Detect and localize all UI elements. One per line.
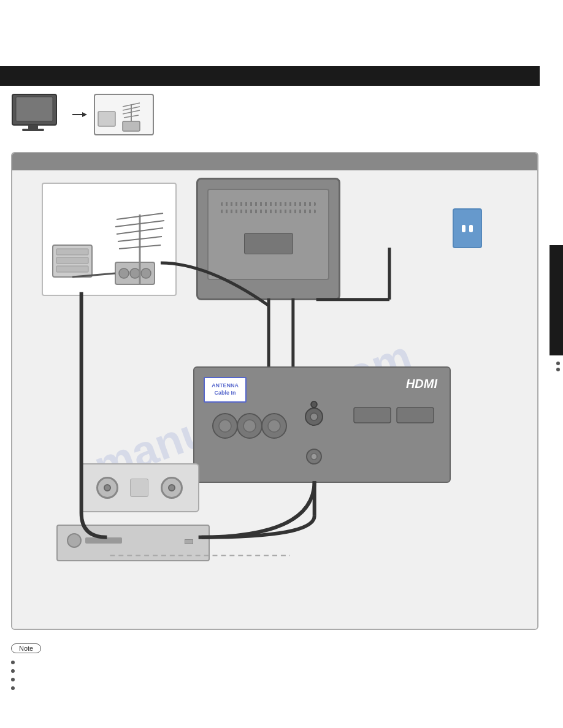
- main-diagram-inner: manualslib.com: [12, 153, 537, 629]
- note-badge: Note: [11, 643, 41, 653]
- vcr-slot: [85, 537, 122, 544]
- coax-right-inner: [168, 484, 175, 491]
- outlet-slot-left: [462, 225, 465, 232]
- small-diagram: [11, 93, 155, 136]
- svg-point-31: [219, 420, 231, 432]
- sidebar-dots: [556, 362, 560, 371]
- coax-left-inner: [104, 484, 111, 491]
- note-item-1: [11, 658, 532, 664]
- svg-point-33: [243, 420, 256, 432]
- svg-rect-3: [22, 129, 44, 131]
- tv-vent-2: [221, 210, 316, 213]
- vcr-usb-port: [185, 539, 193, 544]
- note-bullet-1: [11, 661, 15, 664]
- antenna-cable-label-text: ANTENNACable In: [212, 382, 239, 396]
- notes-section: Note: [11, 642, 532, 692]
- svg-rect-36: [354, 408, 391, 423]
- tv-port-area: [244, 233, 293, 254]
- power-outlet: [453, 208, 482, 248]
- antenna-section: [42, 183, 177, 296]
- svg-point-40: [311, 401, 317, 408]
- splitter-body: [130, 479, 148, 497]
- svg-point-35: [268, 420, 280, 432]
- note-item-3: [11, 675, 532, 681]
- coax-left: [96, 477, 118, 499]
- svg-rect-1: [16, 97, 53, 121]
- outlet-slots: [462, 225, 473, 232]
- svg-rect-13: [123, 121, 140, 131]
- svg-point-26: [130, 268, 140, 278]
- sidebar-tab: [550, 245, 563, 355]
- header-bar: [0, 66, 540, 86]
- outlet-slot-right: [469, 225, 473, 232]
- small-tv-icon: [11, 93, 66, 136]
- svg-rect-16: [56, 257, 88, 264]
- svg-marker-5: [82, 112, 87, 117]
- tv-back-panel: [196, 178, 340, 300]
- svg-point-42: [311, 453, 317, 460]
- svg-rect-37: [397, 408, 434, 423]
- connection-arrow: [71, 108, 88, 121]
- svg-rect-7: [98, 112, 115, 126]
- splitter-box: [80, 463, 199, 512]
- tv-ports-panel: ANTENNACable In HDMI: [193, 366, 451, 483]
- svg-point-25: [119, 268, 129, 278]
- tv-vent-1: [221, 202, 316, 206]
- small-antenna-box: [93, 93, 155, 136]
- note-item-4: [11, 684, 532, 690]
- dot-2: [556, 368, 560, 371]
- note-bullet-4: [11, 686, 15, 690]
- svg-rect-17: [56, 266, 88, 272]
- note-bullet-2: [11, 669, 15, 673]
- svg-point-27: [141, 268, 151, 278]
- note-bullet-3: [11, 678, 15, 681]
- antenna-diagram-large: [49, 196, 172, 294]
- vcr-controls: [67, 533, 122, 548]
- hdmi-label: HDMI: [406, 377, 437, 391]
- coax-right: [161, 477, 183, 499]
- svg-rect-2: [28, 125, 38, 129]
- svg-point-39: [310, 413, 318, 420]
- vcr-knob: [67, 533, 82, 548]
- vcr-device: [56, 525, 210, 561]
- note-item-2: [11, 667, 532, 673]
- dot-1: [556, 362, 560, 365]
- tv-back-inner: [207, 189, 329, 280]
- antenna-cable-label-box: ANTENNACable In: [204, 377, 247, 403]
- main-diagram: manualslib.com: [11, 152, 538, 630]
- svg-rect-15: [56, 249, 88, 255]
